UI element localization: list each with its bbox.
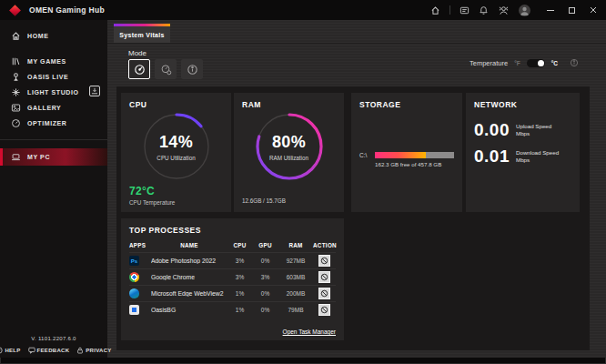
storage-detail-text: 162.3 GB free of 457.8 GB: [375, 161, 454, 167]
chrome-icon: [129, 272, 139, 282]
sidebar-item-label: GALLERY: [27, 105, 61, 111]
temperature-unit-toggle[interactable]: [527, 59, 545, 67]
vitals-toolbar: Mode Temperature °F °C: [107, 44, 606, 86]
edge-webview-icon: [129, 288, 139, 298]
help-icon: [0, 347, 3, 354]
oasis-live-icon: [10, 72, 21, 82]
col-header-action: ACTION: [313, 242, 337, 248]
top-processes-card: TOP PROCESSES APPS NAME CPU GPU RAM ACTI…: [121, 218, 344, 340]
col-header-name: NAME: [151, 242, 227, 248]
toggle-knob: [538, 60, 544, 66]
privacy-lock-icon: [76, 347, 84, 354]
ram-usage-text: 12.6GB / 15.7GB: [242, 197, 286, 204]
end-process-button[interactable]: [318, 304, 330, 316]
close-button-icon[interactable]: [590, 6, 597, 14]
fahrenheit-label: °F: [514, 60, 520, 66]
sidebar-item-my-games[interactable]: MY GAMES: [0, 54, 107, 68]
my-pc-icon: [10, 152, 21, 162]
sidebar: HOME MY GAMES OASIS LIVE LIGHT STUDIO GA…: [0, 20, 107, 358]
top-processes-title: TOP PROCESSES: [129, 226, 336, 235]
sidebar-item-label: HOME: [27, 33, 48, 39]
end-process-button[interactable]: [318, 271, 330, 283]
main-area: System Vitals Mode Temperature °F °C: [107, 20, 606, 358]
mode-info-button[interactable]: [181, 59, 203, 79]
privacy-label: PRIVACY: [86, 348, 111, 353]
user-avatar[interactable]: [519, 5, 530, 16]
gallery-icon: [10, 103, 21, 113]
feedback-icon: [28, 347, 35, 354]
celsius-label: °C: [551, 60, 558, 66]
block-icon: [320, 273, 328, 281]
messages-icon[interactable]: [460, 5, 470, 15]
photoshop-icon: Ps: [129, 256, 139, 266]
ram-card: RAM 80% RAM Utiliz: [234, 93, 344, 212]
processes-header-row: APPS NAME CPU GPU RAM ACTION: [129, 238, 336, 252]
storage-used-fill: [375, 152, 426, 158]
home-icon: [10, 31, 21, 41]
temperature-info-icon[interactable]: [570, 58, 579, 67]
sidebar-item-label: LIGHT STUDIO: [27, 89, 79, 96]
temperature-unit-control: Temperature °F °C: [470, 58, 579, 67]
feedback-link[interactable]: FEEDBACK: [28, 347, 70, 354]
sidebar-item-label: MY GAMES: [27, 58, 66, 65]
titlebar: OMEN Gaming Hub: [0, 0, 606, 20]
help-label: HELP: [5, 348, 20, 353]
gauge-settings-icon: [160, 64, 172, 76]
end-process-button[interactable]: [318, 255, 330, 267]
download-speed-unit: Mbps: [516, 157, 559, 164]
omen-logo-icon: [9, 5, 21, 16]
download-speed-value: 0.01: [474, 147, 510, 167]
storage-usage-bar: [375, 152, 454, 158]
tab-system-vitals[interactable]: System Vitals: [114, 24, 170, 43]
storage-card: STORAGE C:\ 162.3 GB free of 457.8 GB: [351, 93, 462, 212]
cpu-utilization-value: 14%: [159, 133, 193, 152]
sidebar-footer: V. 1101.2207.6.0 HELP FEEDBACK PRIVACY: [0, 336, 107, 358]
oasisbg-icon: [129, 305, 139, 315]
process-row: Microsoft Edge WebView2 1% 0% 200MB: [129, 285, 336, 301]
notifications-bell-icon[interactable]: [479, 5, 489, 15]
privacy-link[interactable]: PRIVACY: [76, 347, 111, 354]
col-header-gpu: GPU: [252, 242, 278, 248]
temperature-label: Temperature: [470, 59, 508, 67]
col-header-ram: RAM: [278, 242, 313, 248]
ram-utilization-value: 80%: [272, 133, 306, 152]
mode-performance-button[interactable]: [128, 59, 150, 79]
ram-utilization-label: RAM Utilization: [269, 155, 308, 161]
network-card: NETWORK 0.00 Upload Speed Mbps 0.01 Down…: [466, 93, 580, 212]
cpu-card: CPU 14% CPU Utilization 72°C CPU Tempera…: [121, 93, 231, 212]
mode-label: Mode: [128, 49, 146, 57]
sidebar-item-home[interactable]: HOME: [0, 28, 107, 43]
download-speed-label: Download Speed: [516, 149, 559, 157]
titlebar-divider: [449, 5, 450, 15]
block-icon: [320, 289, 328, 298]
drive-label: C:\: [359, 152, 370, 158]
sidebar-item-optimizer[interactable]: OPTIMIZER: [0, 116, 107, 130]
vitals-content-panel: CPU 14% CPU Utilization 72°C CPU Tempera…: [116, 86, 590, 350]
process-row: Google Chrome 3% 3% 603MB: [129, 268, 336, 285]
community-icon[interactable]: [498, 5, 510, 15]
end-process-button[interactable]: [318, 288, 330, 299]
app-title: OMEN Gaming Hub: [29, 5, 105, 15]
mode-gauge-settings-button[interactable]: [155, 59, 177, 79]
optimizer-icon: [10, 118, 21, 128]
home-icon[interactable]: [430, 5, 440, 15]
install-badge-icon[interactable]: [89, 86, 100, 96]
feedback-label: FEEDBACK: [37, 348, 70, 353]
tab-strip: System Vitals: [107, 20, 606, 44]
cpu-utilization-label: CPU Utilization: [157, 155, 195, 161]
col-header-cpu: CPU: [227, 242, 252, 248]
help-link[interactable]: HELP: [0, 347, 21, 354]
minimize-button-icon[interactable]: [547, 10, 554, 11]
cpu-temperature-label: CPU Temperature: [129, 199, 175, 206]
sidebar-item-my-pc[interactable]: MY PC: [0, 148, 107, 166]
upload-speed-label: Upload Speed: [516, 123, 551, 130]
omen-gaming-hub-window: { "titlebar": { "app_title": "OMEN Gamin…: [0, 0, 606, 364]
ram-gauge: 80% RAM Utilization: [255, 112, 324, 181]
maximize-button-icon[interactable]: [569, 7, 575, 14]
sidebar-item-gallery[interactable]: GALLERY: [0, 100, 107, 115]
col-header-apps: APPS: [129, 242, 151, 248]
open-task-manager-link[interactable]: Open Task Manager: [283, 329, 336, 335]
block-icon: [320, 257, 328, 265]
sidebar-item-oasis-live[interactable]: OASIS LIVE: [0, 69, 107, 84]
sidebar-item-light-studio[interactable]: LIGHT STUDIO: [0, 85, 107, 99]
